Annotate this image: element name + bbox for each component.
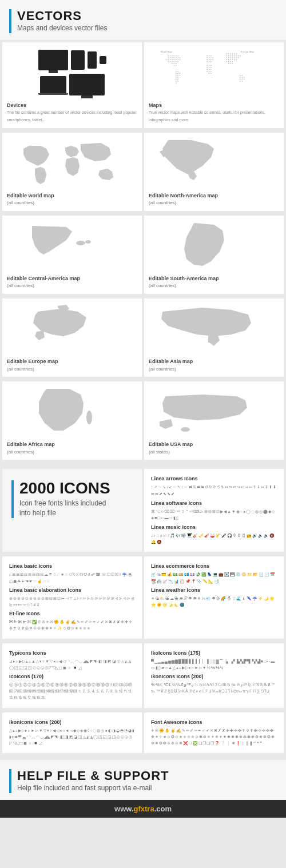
svg-rect-80	[236, 54, 237, 55]
svg-rect-42	[176, 79, 177, 80]
vectors-top-grid: Devices The file contains a great number…	[0, 40, 286, 130]
north-america-image	[149, 137, 279, 189]
typicons-content: Typicons Icons ⊿▸▹▶▷▴▵▲△▾▿▼▽◂◃◀◁◜◝◞◟◠◡◢◣…	[7, 648, 137, 703]
ikonicons-large-title: IkonIcons Icons (200)	[9, 719, 135, 725]
svg-rect-58	[206, 61, 208, 62]
north-america-label: Editable North-America map (all countrie…	[149, 192, 279, 206]
svg-rect-95	[238, 57, 239, 58]
svg-rect-55	[209, 59, 210, 61]
svg-rect-70	[206, 71, 208, 72]
svg-rect-92	[232, 57, 233, 58]
svg-rect-72	[210, 71, 212, 72]
accent-bar-vectors	[9, 9, 11, 33]
ikoicons-card: IkoIcons Icons (175) ▀▁▂▃▄▅▆▇█▉▊▋▌▍▎▏▐░▒…	[144, 643, 284, 708]
svg-rect-46	[176, 83, 177, 84]
svg-rect-61	[206, 65, 208, 66]
svg-rect-116	[244, 79, 245, 80]
svg-rect-93	[234, 57, 235, 58]
svg-point-123	[242, 314, 249, 326]
svg-rect-51	[209, 57, 210, 58]
accent-bar-icons	[11, 480, 14, 518]
svg-rect-91	[230, 57, 231, 58]
ikonicons-large-chars: △▴▵▶▷▸▹►▻▼▽▾▿◀◁◂◃◄◅◆◇◈◉◊○◌◍◎●◐◑◒◓◔◕◖◗◘◙◚…	[9, 727, 135, 747]
svg-rect-63	[210, 65, 212, 66]
svg-rect-56	[210, 59, 212, 61]
vectors-title: VECTORS	[17, 9, 107, 23]
watermark-prefix: www.	[114, 805, 133, 813]
usa-image	[149, 386, 279, 437]
phone-icon	[88, 51, 97, 69]
svg-rect-109	[240, 75, 241, 76]
help-section-header: HELP FILE & SUPPORT Help file included a…	[0, 760, 286, 800]
svg-rect-81	[226, 55, 227, 57]
svg-rect-99	[232, 59, 233, 61]
svg-rect-114	[240, 79, 241, 80]
svg-text:Europe Map: Europe Map	[241, 50, 255, 53]
svg-rect-53	[212, 57, 213, 58]
svg-rect-69	[210, 69, 212, 70]
svg-rect-97	[228, 59, 229, 61]
usa-card: Editable USA map (all states)	[144, 381, 284, 460]
svg-rect-14	[168, 59, 169, 61]
svg-rect-105	[232, 61, 233, 62]
svg-rect-15	[170, 59, 171, 61]
typicons-card: Typicons Icons ⊿▸▹▶▷▴▵▲△▾▿▼▽◂◃◀◁◜◝◞◟◠◡◢◣…	[2, 643, 142, 708]
svg-rect-110	[241, 75, 243, 76]
svg-rect-76	[228, 54, 229, 55]
svg-rect-73	[209, 73, 210, 74]
svg-rect-74	[210, 73, 212, 74]
vectors-subtitle: Maps and devices vector files	[17, 24, 107, 33]
svg-rect-6	[168, 57, 169, 58]
accent-bar-help	[9, 769, 11, 793]
americas-grid: Editable Central-America map (all countr…	[0, 213, 286, 296]
usa-label: Editable USA map (all states)	[149, 441, 279, 455]
svg-rect-7	[170, 57, 171, 58]
svg-rect-118	[241, 81, 243, 82]
svg-rect-64	[206, 67, 208, 68]
svg-rect-18	[176, 59, 177, 61]
svg-rect-115	[241, 79, 243, 80]
linea-music-chars: ♩♪♫♬♭♮♯🎵🎶🎼🎹🎸🎺🎻🥁🎷🎤🎧🎙🎚🎛📻🔊🔉🔈🔇🔔🔕	[151, 532, 277, 545]
svg-rect-106	[228, 63, 229, 65]
fontawesome-title: Font Awesome Icons	[151, 719, 277, 725]
svg-rect-40	[176, 77, 177, 78]
linea-basic-elab-title: Linea basic elaboration Icons	[9, 587, 135, 593]
svg-rect-45	[177, 81, 178, 82]
svg-rect-48	[209, 55, 210, 57]
ecommerce-chars: 🛒🛍💳💰💵💴💶💷💸💹💺💻💼💽💾💿📀📁📂📃📄📅📆📇📈📉📊📋📌📍📎📏📐📑	[151, 571, 277, 584]
spacer-2	[0, 755, 286, 760]
tv-icon	[69, 74, 105, 95]
svg-rect-79	[234, 54, 235, 55]
svg-rect-25	[176, 61, 177, 62]
svg-point-122	[85, 240, 91, 244]
svg-rect-22	[170, 61, 171, 62]
svg-rect-47	[206, 55, 208, 57]
asia-card: Editable Asia map (all countries)	[144, 298, 284, 377]
help-header-text: HELP FILE & SUPPORT Help file included a…	[17, 769, 169, 793]
icons-header-text: 2000 ICONS Icon free fonts links include…	[19, 480, 110, 518]
svg-rect-44	[176, 81, 177, 82]
icons-grid-1: Linea basic Icons ⌂☰☱☲☳☴☵☶☷☁☂☃☄★☆☇☈☉☊☋☌☍…	[0, 554, 286, 640]
svg-rect-31	[176, 65, 177, 66]
svg-rect-50	[206, 57, 208, 58]
monitor-icon	[38, 50, 68, 70]
svg-rect-77	[230, 54, 231, 55]
vectors-header-text: VECTORS Maps and devices vector files	[17, 9, 107, 33]
svg-rect-68	[209, 69, 210, 70]
svg-rect-107	[230, 63, 231, 65]
svg-rect-9	[173, 57, 174, 58]
typicons-chars: ⊿▸▹▶▷▴▵▲△▾▿▼▽◂◃◀◁◜◝◞◟◠◡◢◣◤◥◦◧◨◩◪◫◬◭◮◯◰◱◲…	[9, 658, 135, 671]
etline-title: Et-line Icons	[9, 611, 135, 616]
svg-rect-82	[228, 55, 229, 57]
world-map-label: Editable world map (all countries)	[7, 192, 137, 206]
svg-point-125	[181, 427, 190, 432]
africa-label: Editable Africa map (all countries)	[7, 441, 137, 455]
europe-label: Editable Europe map (all countries)	[7, 358, 137, 372]
svg-rect-100	[234, 59, 235, 61]
ikoicons-title: IkoIcons Icons (175)	[151, 650, 277, 656]
asia-label: Editable Asia map (all countries)	[149, 358, 279, 372]
fontawesome-card: Font Awesome Icons ✈✉✊✋✌✍✎✏✐✑✒✓✔✕✖✗✘✙✚✛✜…	[144, 712, 284, 754]
svg-rect-102	[226, 61, 227, 62]
devices-card: Devices The file contains a great number…	[2, 42, 142, 128]
svg-rect-101	[236, 59, 237, 61]
